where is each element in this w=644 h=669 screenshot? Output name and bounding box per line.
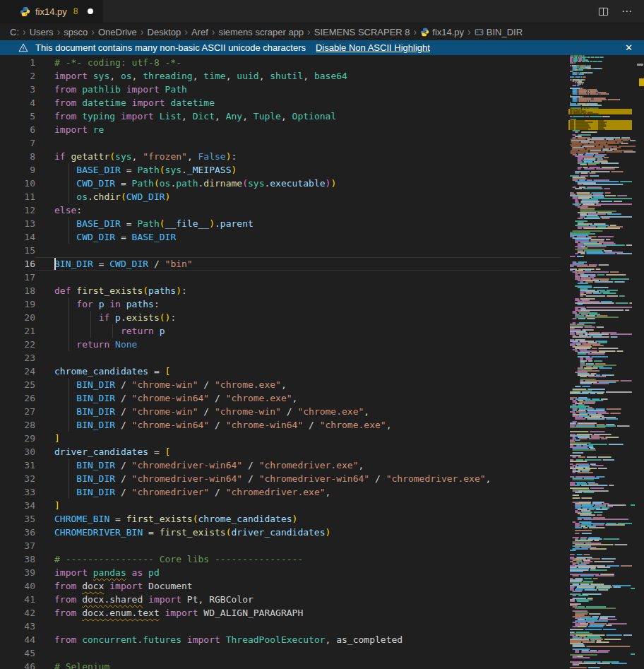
line-number[interactable]: 12 [0, 203, 35, 217]
line-number[interactable]: 16 [0, 257, 35, 271]
code-line[interactable]: 27 BIN_DIR / "chrome-win" / "chrome-win"… [0, 405, 565, 418]
code-text[interactable] [35, 351, 565, 365]
split-editor-icon[interactable] [596, 4, 610, 18]
code-line[interactable]: 44from concurrent.futures import ThreadP… [0, 633, 565, 646]
breadcrumb-item-fix14-py[interactable]: fix14.py [420, 27, 464, 37]
code-line[interactable]: 37 [0, 539, 565, 552]
line-number[interactable]: 42 [0, 606, 35, 620]
code-line[interactable]: 42from docx.enum.text import WD_ALIGN_PA… [0, 606, 565, 620]
code-text[interactable]: BIN_DIR / "chrome-win" / "chrome-win" / … [35, 405, 565, 418]
line-number[interactable]: 6 [0, 123, 35, 136]
code-text[interactable]: driver_candidates = [ [35, 445, 565, 458]
line-number[interactable]: 29 [0, 432, 35, 445]
code-line[interactable]: 23 [0, 351, 565, 365]
breadcrumb-item-users[interactable]: Users [30, 27, 54, 37]
line-number[interactable]: 9 [0, 163, 35, 177]
line-number[interactable]: 23 [0, 351, 35, 365]
breadcrumb-item-spsco[interactable]: spsco [64, 27, 88, 37]
code-line[interactable]: 7 [0, 136, 565, 150]
line-number[interactable]: 46 [0, 660, 35, 669]
tab-fix14py[interactable]: fix14.py 8 [0, 0, 103, 23]
code-text[interactable]: from typing import List, Dict, Any, Tupl… [35, 109, 565, 123]
line-number[interactable]: 14 [0, 230, 35, 244]
code-text[interactable]: from pathlib import Path [35, 83, 565, 96]
line-number[interactable]: 36 [0, 526, 35, 539]
line-number[interactable]: 24 [0, 365, 35, 378]
breadcrumb-item-c-[interactable]: C: [10, 27, 19, 37]
banner-close-icon[interactable]: ✕ [622, 40, 636, 55]
line-number[interactable]: 20 [0, 311, 35, 324]
code-text[interactable]: CHROMEDRIVER_BIN = first_exists(driver_c… [35, 526, 565, 539]
line-number[interactable]: 3 [0, 83, 35, 96]
code-text[interactable]: # -*- coding: utf-8 -*- [35, 56, 565, 69]
code-line[interactable]: 8if getattr(sys, "frozen", False): [0, 150, 565, 163]
code-text[interactable]: BASE_DIR = Path(__file__).parent [35, 217, 565, 230]
breadcrumb-item-siemens-scraper-8[interactable]: SIEMENS SCRAPER 8 [314, 27, 410, 37]
breadcrumb-item-siemens-scraper-app[interactable]: siemens scraper app [218, 27, 304, 37]
code-text[interactable]: BIN_DIR / "chromedriver-win64" / "chrome… [35, 458, 565, 472]
code-line[interactable]: 35CHROME_BIN = first_exists(chrome_candi… [0, 512, 565, 526]
line-number[interactable]: 31 [0, 458, 35, 472]
line-number[interactable]: 13 [0, 217, 35, 230]
code-line[interactable]: 3from pathlib import Path [0, 83, 565, 96]
line-number[interactable]: 21 [0, 324, 35, 338]
code-text[interactable] [35, 646, 565, 660]
code-text[interactable] [35, 539, 565, 552]
code-text[interactable]: import re [35, 123, 565, 136]
code-text[interactable]: if getattr(sys, "frozen", False): [35, 150, 565, 163]
code-text[interactable]: from datetime import datetime [35, 96, 565, 109]
line-number[interactable]: 38 [0, 552, 35, 566]
line-number[interactable]: 17 [0, 271, 35, 284]
code-line[interactable]: 39import pandas as pd [0, 566, 565, 579]
code-text[interactable]: return None [35, 338, 565, 351]
code-line[interactable]: 28 BIN_DIR / "chrome-win64" / "chrome-wi… [0, 418, 565, 432]
code-line[interactable]: 45 [0, 646, 565, 660]
code-line[interactable]: 21 return p [0, 324, 565, 338]
code-text[interactable]: from docx.enum.text import WD_ALIGN_PARA… [35, 606, 565, 620]
code-line[interactable]: 46# Selenium [0, 660, 565, 669]
code-text[interactable]: ] [35, 499, 565, 512]
code-text[interactable]: chrome_candidates = [ [35, 365, 565, 378]
code-text[interactable] [35, 244, 565, 257]
code-line[interactable]: 15 [0, 244, 565, 257]
code-text[interactable]: # ---------------- Core libs -----------… [35, 552, 565, 566]
more-actions-icon[interactable]: ⋯ [620, 4, 634, 18]
code-line[interactable]: 13 BASE_DIR = Path(__file__).parent [0, 217, 565, 230]
line-number[interactable]: 39 [0, 566, 35, 579]
line-number[interactable]: 30 [0, 445, 35, 458]
code-text[interactable]: BIN_DIR / "chrome-win" / "chrome.exe", [35, 378, 565, 391]
breadcrumb-item-onedrive[interactable]: OneDrive [98, 27, 137, 37]
line-number[interactable]: 27 [0, 405, 35, 418]
code-line[interactable]: 16BIN_DIR = CWD_DIR / "bin" [0, 257, 565, 271]
code-line[interactable]: 5from typing import List, Dict, Any, Tup… [0, 109, 565, 123]
code-text[interactable]: import sys, os, threading, time, uuid, s… [35, 69, 565, 83]
line-number[interactable]: 7 [0, 136, 35, 150]
minimap[interactable] [568, 55, 636, 669]
code-line[interactable]: 41from docx.shared import Pt, RGBColor [0, 593, 565, 606]
line-number[interactable]: 41 [0, 593, 35, 606]
code-line[interactable]: 20 if p.exists(): [0, 311, 565, 324]
disable-non-ascii-link[interactable]: Disable Non ASCII Highlight [316, 42, 430, 53]
code-line[interactable]: 34] [0, 499, 565, 512]
line-number[interactable]: 45 [0, 646, 35, 660]
breadcrumb-item-aref[interactable]: Aref [191, 27, 208, 37]
code-line[interactable]: 24chrome_candidates = [ [0, 365, 565, 378]
code-line[interactable]: 6import re [0, 123, 565, 136]
code-text[interactable]: BIN_DIR / "chromedriver-win64" / "chrome… [35, 472, 565, 485]
code-line[interactable]: 33 BIN_DIR / "chromedriver" / "chromedri… [0, 485, 565, 499]
code-line[interactable]: 1# -*- coding: utf-8 -*- [0, 56, 565, 69]
code-text[interactable]: from concurrent.futures import ThreadPoo… [35, 633, 565, 646]
line-number[interactable]: 43 [0, 620, 35, 633]
code-text[interactable]: BIN_DIR / "chromedriver" / "chromedriver… [35, 485, 565, 499]
code-text[interactable]: for p in paths: [35, 297, 565, 311]
code-text[interactable]: BIN_DIR / "chrome-win64" / "chrome-win64… [35, 418, 565, 432]
breadcrumb-item-bin-dir[interactable]: BIN_DIR [475, 27, 523, 37]
line-number[interactable]: 5 [0, 109, 35, 123]
code-line[interactable]: 32 BIN_DIR / "chromedriver-win64" / "chr… [0, 472, 565, 485]
code-line[interactable]: 26 BIN_DIR / "chrome-win64" / "chrome.ex… [0, 391, 565, 405]
code-text[interactable] [35, 271, 565, 284]
code-line[interactable]: 25 BIN_DIR / "chrome-win" / "chrome.exe"… [0, 378, 565, 391]
code-line[interactable]: 14 CWD_DIR = BASE_DIR [0, 230, 565, 244]
code-text[interactable]: def first_exists(paths): [35, 284, 565, 297]
line-number[interactable]: 8 [0, 150, 35, 163]
